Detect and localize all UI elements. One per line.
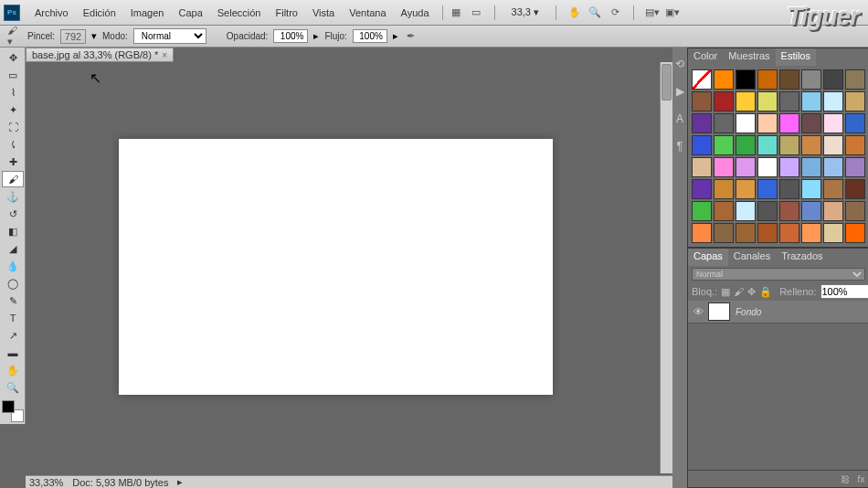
style-swatch[interactable]: [714, 69, 734, 90]
menu-ventana[interactable]: Ventana: [342, 4, 393, 22]
style-swatch[interactable]: [845, 223, 865, 243]
style-swatch[interactable]: [736, 201, 756, 221]
style-swatch[interactable]: [736, 135, 756, 155]
style-swatch[interactable]: [692, 91, 712, 111]
flow-flyout-icon[interactable]: ▸: [393, 30, 398, 42]
menu-imagen[interactable]: Imagen: [123, 4, 172, 22]
path-select-tool[interactable]: ↗: [2, 327, 24, 344]
opacity-input[interactable]: [273, 29, 308, 43]
menu-archivo[interactable]: Archivo: [27, 4, 76, 22]
style-swatch[interactable]: [736, 113, 756, 133]
style-swatch[interactable]: [779, 223, 799, 243]
vertical-scrollbar[interactable]: [660, 62, 672, 473]
style-swatch[interactable]: [714, 157, 734, 177]
style-swatch[interactable]: [757, 113, 778, 133]
opacity-flyout-icon[interactable]: ▸: [313, 30, 319, 42]
color-swatches[interactable]: [2, 400, 24, 422]
tab-estilos[interactable]: Estilos: [776, 48, 816, 66]
history-panel-icon[interactable]: ⟲: [672, 57, 687, 71]
crop-tool[interactable]: ⛶: [2, 119, 24, 135]
style-swatch[interactable]: [714, 179, 734, 199]
close-tab-icon[interactable]: ×: [162, 50, 167, 60]
eraser-tool[interactable]: ◧: [2, 223, 24, 239]
paragraph-panel-icon[interactable]: ¶: [672, 139, 687, 154]
canvas[interactable]: [119, 139, 553, 395]
layer-blend-mode-select[interactable]: Normal: [692, 268, 865, 281]
style-swatch[interactable]: [779, 179, 799, 199]
menu-ayuda[interactable]: Ayuda: [394, 4, 437, 22]
style-swatch[interactable]: [757, 223, 778, 243]
style-swatch[interactable]: [692, 135, 712, 155]
style-swatch[interactable]: [801, 179, 821, 199]
link-layers-icon[interactable]: ⛓: [839, 472, 852, 485]
style-swatch[interactable]: [692, 223, 712, 243]
style-swatch[interactable]: [845, 135, 865, 155]
style-swatch[interactable]: [845, 91, 865, 111]
tab-canales[interactable]: Canales: [728, 249, 776, 266]
wand-tool[interactable]: ✦: [2, 101, 24, 118]
menu-vista[interactable]: Vista: [305, 4, 342, 22]
style-swatch[interactable]: [801, 223, 821, 243]
style-swatch[interactable]: [714, 223, 734, 243]
style-swatch[interactable]: [714, 113, 734, 133]
style-swatch[interactable]: [692, 157, 712, 177]
style-swatch[interactable]: [823, 113, 843, 133]
menu-seleccion[interactable]: Selección: [210, 4, 269, 22]
dodge-tool[interactable]: ◯: [2, 275, 24, 292]
style-swatch[interactable]: [757, 69, 778, 90]
style-swatch[interactable]: [757, 157, 778, 177]
flow-input[interactable]: [353, 29, 387, 43]
style-swatch[interactable]: [779, 135, 799, 155]
character-panel-icon[interactable]: A: [672, 111, 687, 126]
bridge-icon[interactable]: ▦: [449, 5, 463, 20]
style-swatch[interactable]: [692, 113, 712, 133]
hand-icon[interactable]: ✋: [567, 5, 582, 20]
style-swatch[interactable]: [801, 69, 821, 90]
eyedropper-tool[interactable]: ⤹: [2, 136, 24, 153]
tab-color[interactable]: Color: [688, 48, 723, 66]
shape-tool[interactable]: ▬: [2, 345, 24, 361]
style-swatch[interactable]: [779, 69, 799, 90]
arrange-icon[interactable]: ▤▾: [645, 5, 660, 20]
style-swatch[interactable]: [845, 113, 865, 133]
style-swatch[interactable]: [757, 201, 778, 221]
tab-muestras[interactable]: Muestras: [723, 48, 775, 66]
marquee-tool[interactable]: ▭: [2, 67, 24, 83]
style-swatch[interactable]: [823, 223, 843, 243]
tab-capas[interactable]: Capas: [688, 249, 728, 266]
screen-mode-icon[interactable]: ▣▾: [665, 5, 680, 20]
gradient-tool[interactable]: ◢: [2, 240, 24, 257]
rotate-view-icon[interactable]: ⟳: [608, 5, 622, 20]
style-swatch[interactable]: [714, 201, 734, 221]
layer-style-icon[interactable]: fx: [855, 472, 868, 485]
lock-pixels-icon[interactable]: 🖌: [734, 286, 744, 297]
foreground-color-swatch[interactable]: [2, 400, 15, 413]
status-flyout-icon[interactable]: ▸: [177, 476, 183, 488]
blur-tool[interactable]: 💧: [2, 258, 24, 274]
lock-transparency-icon[interactable]: ▦: [721, 286, 730, 298]
app-logo[interactable]: Ps: [4, 5, 20, 21]
style-swatch[interactable]: [692, 201, 712, 221]
style-swatch[interactable]: [823, 69, 843, 90]
style-swatch[interactable]: [845, 201, 865, 221]
brush-tool[interactable]: 🖌: [2, 171, 24, 187]
style-swatch[interactable]: [779, 113, 799, 133]
style-swatch[interactable]: [779, 91, 799, 111]
style-swatch[interactable]: [757, 179, 778, 199]
style-swatch[interactable]: [823, 91, 843, 111]
document-tab[interactable]: base.jpg al 33,3% (RGB/8) * ×: [26, 48, 174, 62]
visibility-icon[interactable]: 👁: [692, 305, 704, 318]
zoom-icon[interactable]: 🔍: [587, 5, 602, 20]
style-swatch[interactable]: [736, 179, 756, 199]
style-swatch[interactable]: [736, 91, 756, 111]
lock-position-icon[interactable]: ✥: [747, 286, 756, 298]
history-brush-tool[interactable]: ↺: [2, 206, 24, 222]
type-tool[interactable]: T: [2, 310, 24, 326]
lasso-tool[interactable]: ⌇: [2, 84, 24, 101]
style-swatch[interactable]: [757, 135, 778, 155]
blend-mode-select[interactable]: Normal: [133, 28, 206, 44]
canvas-viewport[interactable]: [26, 66, 660, 481]
style-swatch[interactable]: [692, 69, 712, 90]
status-doc-size[interactable]: Doc: 5,93 MB/0 bytes: [72, 477, 168, 488]
style-swatch[interactable]: [692, 179, 712, 199]
